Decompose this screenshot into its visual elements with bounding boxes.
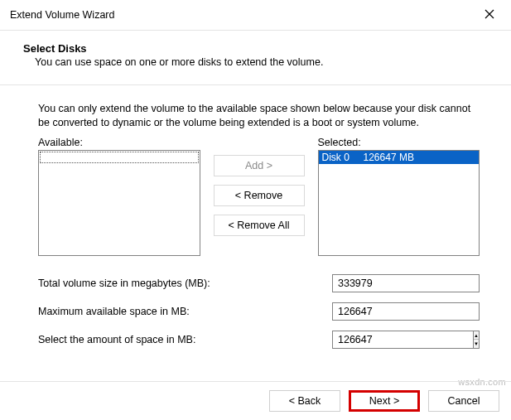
add-button[interactable]: Add >	[214, 155, 305, 176]
spinner-up-icon[interactable]: ▲	[474, 331, 479, 340]
explanation-text: You can only extend the volume to the av…	[38, 102, 480, 130]
window-title: Extend Volume Wizard	[10, 9, 114, 21]
amount-label: Select the amount of space in MB:	[38, 334, 332, 345]
selected-label: Selected:	[318, 137, 480, 148]
remove-button[interactable]: < Remove	[214, 185, 305, 206]
page-subtitle: You can use space on one or more disks t…	[23, 55, 499, 80]
wizard-body: You can only extend the volume to the av…	[0, 85, 511, 349]
highlight-frame: Next >	[349, 390, 420, 412]
cancel-button[interactable]: Cancel	[428, 390, 499, 412]
total-size-value: 333979	[332, 274, 480, 292]
title-bar: Extend Volume Wizard	[0, 0, 511, 31]
max-space-label: Maximum available space in MB:	[38, 306, 332, 317]
wizard-footer: < Back Next > Cancel	[0, 381, 511, 420]
wizard-header: Select Disks You can use space on one or…	[0, 31, 511, 85]
list-item[interactable]: Disk 0 126647 MB	[319, 151, 480, 164]
max-space-value: 126647	[332, 302, 480, 321]
amount-spinner[interactable]: ▲ ▼	[332, 331, 480, 349]
remove-all-button[interactable]: < Remove All	[214, 215, 305, 236]
close-icon[interactable]	[478, 5, 501, 25]
available-listbox[interactable]	[38, 150, 200, 256]
selected-listbox[interactable]: Disk 0 126647 MB	[318, 150, 480, 256]
next-button[interactable]: Next >	[351, 393, 417, 409]
amount-input[interactable]	[332, 331, 473, 349]
spinner-down-icon[interactable]: ▼	[474, 340, 479, 348]
back-button[interactable]: < Back	[269, 390, 340, 412]
page-title: Select Disks	[23, 42, 499, 55]
total-size-label: Total volume size in megabytes (MB):	[38, 278, 332, 289]
available-label: Available:	[38, 137, 200, 148]
list-item[interactable]	[40, 152, 199, 163]
